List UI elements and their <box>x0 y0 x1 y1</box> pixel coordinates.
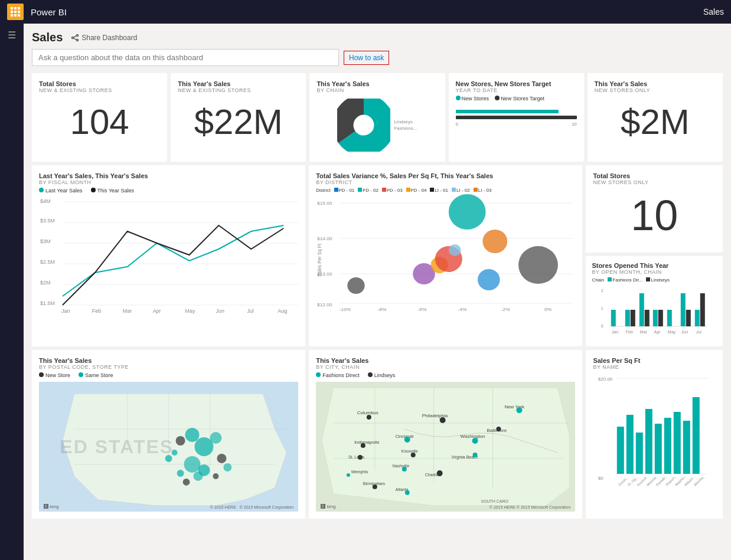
card-this-year-sales-new[interactable]: This Year's Sales NEW STORES ONLY $2M <box>588 73 723 162</box>
svg-text:$20.00: $20.00 <box>598 376 613 382</box>
svg-text:1: 1 <box>601 306 603 310</box>
search-bar: How to ask <box>32 49 723 66</box>
svg-rect-143 <box>674 412 681 474</box>
map-city-svg: Columbus Philadelphia New York Indianapo… <box>316 382 575 512</box>
line-chart-legend: Last Year Sales This Year Sales <box>39 188 298 194</box>
svg-point-90 <box>210 432 221 444</box>
svg-point-87 <box>185 428 200 442</box>
sales-sqft-svg: $20.00 $0 Cincin... Ft. Og. <box>593 374 716 492</box>
sidebar-menu-icon[interactable]: ☰ <box>8 30 16 41</box>
svg-text:-6%: -6% <box>418 307 427 312</box>
svg-rect-71 <box>653 310 658 326</box>
card-title: This Year's Sales <box>595 80 716 87</box>
svg-rect-65 <box>611 310 616 326</box>
pie-svg <box>337 99 390 152</box>
svg-rect-0 <box>11 7 13 9</box>
svg-rect-72 <box>658 310 663 326</box>
svg-text:$0: $0 <box>598 476 603 481</box>
svg-text:$1.5M: $1.5M <box>40 300 55 306</box>
stores-opened-svg: 2 1 0 <box>592 285 717 338</box>
card-title: Last Year's Sales, This Year's Sales <box>39 172 298 179</box>
svg-point-58 <box>483 230 508 253</box>
row3: This Year's Sales BY POSTAL CODE, STORE … <box>32 350 723 519</box>
svg-point-125 <box>373 484 377 489</box>
svg-text:$12.00: $12.00 <box>317 302 332 307</box>
card-line-chart[interactable]: Last Year's Sales, This Year's Sales BY … <box>32 165 305 346</box>
app-logo[interactable] <box>7 4 24 20</box>
svg-text:Jun: Jun <box>681 330 688 334</box>
line-chart-svg: $4M $3.5M $3M $2.5M $2M $1.5M <box>39 196 298 314</box>
main-content: Sales Share Dashboard How to ask Total S… <box>24 24 731 560</box>
svg-text:Apr: Apr <box>654 330 661 335</box>
svg-point-107 <box>517 407 523 413</box>
svg-text:$2M: $2M <box>40 280 50 286</box>
row2: Last Year's Sales, This Year's Sales BY … <box>32 165 723 346</box>
svg-point-60 <box>478 269 500 290</box>
svg-point-131 <box>358 455 363 460</box>
svg-point-121 <box>437 470 443 476</box>
card-total-stores[interactable]: Total Stores NEW & EXISTING STORES 104 <box>32 73 167 162</box>
card-new-stores-target[interactable]: New Stores, New Stores Target YEAR TO DA… <box>449 73 584 162</box>
card-this-year-sales-chain[interactable]: This Year's Sales BY CHAIN Lindseys Fash… <box>309 73 445 162</box>
map-postal-viz: ED STATES <box>39 382 298 512</box>
svg-text:-4%: -4% <box>458 307 467 312</box>
svg-point-89 <box>176 436 185 446</box>
scatter-legend: District FD - 01 FD - 02 FD - 03 FD - 04… <box>316 188 575 193</box>
svg-text:Jan: Jan <box>61 308 70 314</box>
card-title: Total Stores <box>39 80 160 87</box>
svg-text:Washington: Washington <box>461 434 485 439</box>
card-subtitle: BY CHAIN <box>316 87 438 93</box>
svg-point-11 <box>77 39 79 41</box>
share-dashboard-button[interactable]: Share Dashboard <box>71 34 137 42</box>
svg-rect-75 <box>681 293 686 326</box>
svg-point-115 <box>472 438 478 444</box>
svg-rect-1 <box>14 7 17 9</box>
svg-text:Nashville: Nashville <box>393 464 409 468</box>
svg-text:0%: 0% <box>544 307 551 312</box>
svg-text:$15.00: $15.00 <box>317 201 332 206</box>
svg-rect-6 <box>11 14 13 17</box>
card-this-year-sales-ne[interactable]: This Year's Sales NEW & EXISTING STORES … <box>171 73 306 162</box>
sales-ne-value: $22M <box>178 97 299 147</box>
map-city-viz: Columbus Philadelphia New York Indianapo… <box>316 382 575 512</box>
svg-text:Jul: Jul <box>247 308 253 314</box>
svg-text:Aug: Aug <box>278 308 287 314</box>
right-col-row2: Total Stores NEW STORES ONLY 10 Stores O… <box>586 165 723 346</box>
svg-point-127 <box>405 490 410 495</box>
sidebar: ☰ <box>0 24 24 560</box>
svg-point-92 <box>217 454 226 463</box>
svg-text:Jan: Jan <box>612 330 618 334</box>
svg-point-117 <box>497 427 501 431</box>
svg-text:$2.5M: $2.5M <box>40 259 55 265</box>
card-sales-sqft[interactable]: Sales Per Sq Ft BY NAME $20.00 $0 <box>586 350 723 519</box>
svg-text:Feb: Feb <box>92 308 101 314</box>
card-stores-opened[interactable]: Stores Opened This Year BY OPEN MONTH, C… <box>586 256 723 346</box>
svg-point-56 <box>449 244 461 256</box>
card-subtitle: NEW STORES ONLY <box>595 87 716 93</box>
svg-point-10 <box>72 37 74 38</box>
card-total-stores-new[interactable]: Total Stores NEW STORES ONLY 10 <box>586 165 723 253</box>
card-subtitle: NEW & EXISTING STORES <box>178 87 299 93</box>
search-input[interactable] <box>32 49 339 66</box>
card-title: New Stores, New Stores Target <box>456 80 577 87</box>
svg-text:Cincinnati: Cincinnati <box>396 434 414 438</box>
svg-point-123 <box>473 453 478 457</box>
svg-point-59 <box>518 246 558 284</box>
card-title: Total Sales Variance %, Sales Per Sq Ft,… <box>316 172 575 179</box>
svg-text:-10%: -10% <box>340 307 351 312</box>
svg-point-52 <box>348 277 365 294</box>
sales-new-value: $2M <box>595 97 716 147</box>
card-title: Sales Per Sq Ft <box>593 357 716 364</box>
scatter-svg: $15.00 $14.00 $13.00 $12.00 -10% -8% -6%… <box>316 194 575 312</box>
card-map-city[interactable]: This Year's Sales BY CITY, CHAIN Fashion… <box>309 350 582 519</box>
target-bar-area: 010 <box>456 104 577 133</box>
svg-point-129 <box>347 473 350 477</box>
svg-point-97 <box>223 463 231 471</box>
svg-text:Mar: Mar <box>640 330 648 334</box>
card-map-postal[interactable]: This Year's Sales BY POSTAL CODE, STORE … <box>32 350 305 519</box>
card-scatter[interactable]: Total Sales Variance %, Sales Per Sq Ft,… <box>309 165 582 346</box>
svg-text:$3M: $3M <box>40 238 50 244</box>
svg-text:$14.00: $14.00 <box>317 236 332 241</box>
how-to-ask-link[interactable]: How to ask <box>344 51 389 65</box>
row1: Total Stores NEW & EXISTING STORES 104 T… <box>32 73 723 162</box>
